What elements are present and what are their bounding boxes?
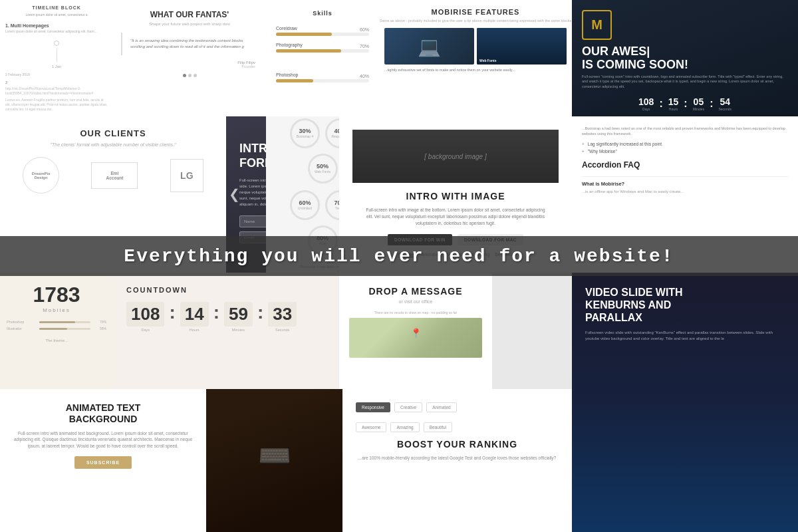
tab-beautiful[interactable]: Beautiful bbox=[424, 422, 452, 432]
mobirise-features-title: MOBIRISE FEATURES bbox=[379, 0, 572, 19]
tab-amazing[interactable]: Amazing bbox=[390, 422, 419, 432]
countdown-display: 108 Days : 14 Hours : 59 Minutes : 33 Se… bbox=[126, 302, 326, 332]
atb-text: Full-screen intro with animated text bac… bbox=[13, 430, 193, 450]
tab-responsive[interactable]: Responsive bbox=[356, 402, 390, 412]
faq-lag-note: + Lag significantly increased at this po… bbox=[582, 142, 788, 146]
theme-note: The theme... bbox=[45, 338, 68, 342]
arrow-left-icon[interactable]: ❮ bbox=[229, 186, 240, 202]
arrow-right-icon[interactable]: ❯ bbox=[784, 186, 795, 202]
tile-dark-photo: ⌨️ bbox=[206, 389, 342, 532]
feature-img-ocean: Web Fonts bbox=[477, 28, 567, 65]
countdown-title: COUNTDOWN bbox=[126, 286, 326, 294]
tile-stat-1783: 1783 Mobiles Photoshop 70% Illustrator 5… bbox=[0, 273, 113, 389]
atb-title: ANIMATED TEXTBACKGROUND bbox=[13, 402, 193, 425]
drop-message-map: 📍 bbox=[349, 318, 482, 358]
what-our-subtitle: Shape your future web project with sharp… bbox=[113, 22, 266, 26]
banner-overlay: Everything you will ever need for a webs… bbox=[0, 236, 798, 276]
video-slide-text: Fullscreen video slide with outstanding … bbox=[585, 330, 785, 342]
mobirise-features-subtitle: Same as above - probably included to giv… bbox=[379, 19, 572, 23]
skill-coreldraw: Coreldraw 60% bbox=[266, 22, 379, 39]
client-logo-dreampix: DreamPixDesign bbox=[23, 157, 59, 194]
mini-bars: Photoshop 70% Illustrator 55% bbox=[7, 320, 106, 333]
intro-image-bg: [ background image ] bbox=[352, 130, 559, 183]
drop-message-note: There are no results to show on map - no… bbox=[374, 311, 458, 315]
circle-webfonts: 50% Web Fonts bbox=[308, 154, 338, 184]
timeline-item-1: 1. Multi Homepages Lorem ipsum dolor sit… bbox=[5, 23, 108, 34]
tile-drop-message: DROP A MESSAGE or visit our office There… bbox=[339, 273, 492, 389]
clients-title: OUR CLIENTS bbox=[0, 116, 226, 142]
faq-why-note: + "Why Mobirise" bbox=[582, 149, 788, 154]
video-slide-title: VIDEO SLIDE WITHKENBURNS ANDPARALLAX bbox=[585, 286, 785, 325]
feature-img-dark: 💻 bbox=[384, 28, 474, 65]
dot bbox=[194, 74, 197, 77]
boost-title: BOOST YOUR RANKING bbox=[356, 439, 559, 450]
timeline-title: TIMELINE BLOCK bbox=[0, 0, 113, 13]
drop-message-title: DROP A MESSAGE bbox=[368, 286, 462, 297]
mobirise-logo: M bbox=[582, 10, 612, 40]
skill-photoshop: Photoshop 40% bbox=[266, 68, 379, 85]
client-logo-lg: LG bbox=[170, 159, 203, 192]
tab-animated[interactable]: Animated bbox=[426, 402, 456, 412]
stat-label: Mobiles bbox=[43, 307, 70, 313]
drop-message-subtitle: or visit our office bbox=[399, 299, 433, 304]
feature-desc: ...tightly exhaustive set of fonts to ma… bbox=[379, 65, 572, 76]
laptop-icon: ⌨️ bbox=[258, 440, 291, 471]
clients-logos: DreamPixDesign EmiAccount LG bbox=[0, 157, 226, 194]
map-pin-icon: 📍 bbox=[410, 328, 422, 338]
coming-soon-title: OUR AWES|IS COMING SOON! bbox=[582, 45, 788, 72]
what-our-title: WHAT OUR FANTAS' bbox=[113, 0, 266, 22]
intro-image-title: INTRO WITH IMAGE bbox=[362, 191, 549, 201]
laptop-icon: 💻 bbox=[418, 35, 441, 57]
clients-subtitle: "The clients' format with adjustable num… bbox=[0, 142, 226, 147]
circle-unlimited: 60% Unlimited bbox=[290, 190, 320, 220]
tab-creative[interactable]: Creative bbox=[394, 402, 422, 412]
timeline-subtitle: Lorem ipsum dolor sit amet, consectetur … bbox=[0, 13, 113, 21]
tile-video-slide: VIDEO SLIDE WITHKENBURNS ANDPARALLAX Ful… bbox=[572, 273, 798, 532]
coming-soon-text: Full-screen "coming soon" intro with cou… bbox=[582, 74, 788, 90]
faq-small-text: ...Bootstrap a had been noted as one of … bbox=[582, 126, 788, 136]
coming-soon-countdown: 108 Days : 15 Hours : 05 Minutes : 54 Se… bbox=[582, 96, 788, 111]
what-our-author: Filip Filipv Founder bbox=[113, 61, 266, 68]
timeline-content: 1. Multi Homepages Lorem ipsum dolor sit… bbox=[0, 21, 113, 114]
banner-text: Everything you will ever need for a webs… bbox=[124, 246, 674, 267]
tile-boost-ranking: Responsive Creative Animated Awesome Ama… bbox=[342, 389, 572, 532]
timeline-divider bbox=[57, 49, 57, 62]
faq-item-1: What is Mobirise? ...is an offline app f… bbox=[582, 176, 788, 198]
collage-container: TIMELINE BLOCK Lorem ipsum dolor sit ame… bbox=[0, 0, 798, 532]
stat-number: 1783 bbox=[33, 283, 80, 307]
client-logo-emi: EmiAccount bbox=[91, 162, 138, 189]
skills-section-title: Skills bbox=[266, 0, 379, 22]
circle-bootstrap: 30% Bootstrap 4 bbox=[290, 118, 320, 148]
tile-countdown: COUNTDOWN 108 Days : 14 Hours : 59 Minut… bbox=[113, 273, 339, 389]
mobirise-features-grid: 💻 Web Fonts bbox=[379, 28, 572, 65]
boost-tabs-top: Responsive Creative Animated bbox=[356, 402, 559, 412]
timeline-item2-text2: Luctus eu, Aenean Frugilla partitur pret… bbox=[5, 98, 108, 112]
subscribe-btn[interactable]: SUBSCRIBE bbox=[74, 456, 132, 469]
what-our-dots bbox=[113, 74, 266, 77]
faq-title: Accordion FAQ bbox=[582, 160, 788, 170]
dot bbox=[183, 74, 186, 77]
tab-awesome[interactable]: Awesome bbox=[356, 422, 386, 432]
boost-tabs-bottom: Awesome Amazing Beautiful bbox=[356, 422, 559, 432]
intro-image-text: Full-screen intro with image at the bott… bbox=[362, 207, 549, 226]
what-our-quote: "It is an amazing idea combining the tes… bbox=[121, 33, 258, 55]
boost-text: ...are 100% mobile-friendly according th… bbox=[356, 455, 559, 462]
tile-animated-text: ANIMATED TEXTBACKGROUND Full-screen intr… bbox=[0, 389, 206, 532]
skill-photography: Photography 70% bbox=[266, 39, 379, 55]
dot bbox=[188, 74, 192, 77]
timeline-circle bbox=[54, 41, 59, 46]
timeline-item2-text: http://rec.DreamPix.FilipovaLocal/Temp/M… bbox=[5, 86, 108, 96]
timeline-item2-label: 2 bbox=[5, 80, 108, 84]
